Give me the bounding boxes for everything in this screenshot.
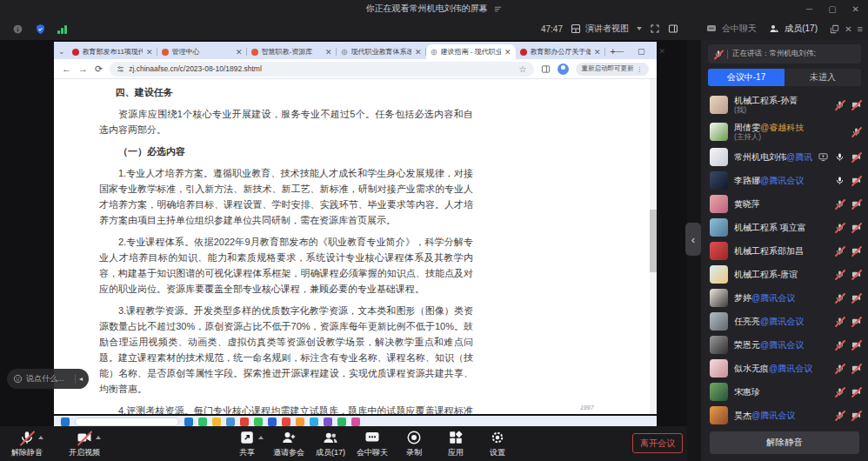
member-row[interactable]: 李路娜@腾讯会议 — [710, 169, 863, 192]
reading-panel-icon[interactable] — [541, 64, 551, 74]
settings-button[interactable]: 设置 — [479, 430, 516, 458]
tab-close-icon[interactable]: ✕ — [415, 48, 422, 57]
chat-input-placeholder[interactable]: 说点什么... — [26, 373, 64, 384]
popout-icon[interactable] — [830, 24, 839, 34]
member-row[interactable]: 周倩雯@睿越科技 (主持人) — [710, 118, 863, 145]
tab-in-meeting[interactable]: 会议中-17 — [708, 69, 785, 86]
member-row[interactable]: 机械工程系-孙菁 (我) — [710, 91, 863, 118]
member-row[interactable]: 梦婷@腾讯会议 — [710, 286, 863, 310]
browser-tab[interactable]: 教育部发布11项现代职✕ — [68, 44, 157, 59]
member-status-icons — [818, 152, 861, 162]
browser-tab[interactable]: 建设指南 - 现代职业教✕ — [426, 44, 516, 59]
tab-close-icon[interactable]: ✕ — [504, 48, 511, 57]
view-mode-caret-icon[interactable] — [637, 27, 642, 30]
taskbar-app-icon[interactable] — [337, 418, 346, 426]
member-row[interactable]: 黄晓萍 — [710, 192, 863, 216]
taskbar-app-icon[interactable] — [324, 418, 332, 426]
member-status-icons — [835, 293, 861, 303]
forward-icon[interactable]: → — [78, 63, 88, 74]
chip-menu-dots-icon[interactable]: ⋮ — [637, 65, 644, 73]
member-row[interactable]: 任亮亮@腾讯会议 — [710, 310, 863, 333]
invite-button[interactable]: 邀请参会 — [270, 430, 307, 458]
update-chip[interactable]: 重新启动即可更新 ⋮ — [576, 63, 650, 76]
panel-menu-icon[interactable]: ≡ — [858, 23, 863, 34]
taskbar-app-icon[interactable] — [351, 418, 360, 426]
tab-members[interactable]: 成员(17) — [785, 23, 818, 35]
emoji-icon[interactable] — [13, 374, 23, 384]
panel-close-icon[interactable]: ✕ — [845, 24, 851, 34]
member-row[interactable]: 机械工程系-唐谊 — [710, 263, 863, 286]
page-scrollbar[interactable] — [650, 79, 657, 414]
chat-icon[interactable] — [706, 23, 717, 34]
tab-chat[interactable]: 会中聊天 — [722, 23, 757, 35]
tab-close-icon[interactable]: ✕ — [236, 48, 243, 57]
network-detail-icon[interactable] — [493, 4, 503, 14]
share-screen-button-more-icon[interactable] — [258, 436, 264, 439]
taskbar-app-icon[interactable] — [254, 418, 263, 426]
security-shield-icon[interactable] — [35, 23, 46, 35]
view-mode-selector[interactable]: 演讲者视图 — [585, 23, 629, 35]
record-button[interactable]: 录制 — [396, 430, 432, 458]
tab-close-icon[interactable]: ✕ — [146, 48, 153, 57]
browser-minimize-icon[interactable]: — — [616, 47, 624, 56]
taskbar-search-input[interactable] — [75, 418, 179, 426]
start-video-button[interactable]: 开启视频 — [66, 430, 103, 458]
tab-close-icon[interactable]: ✕ — [594, 48, 601, 57]
taskbar-app-icon[interactable] — [198, 418, 207, 426]
tab-not-joined[interactable]: 未进入 — [785, 69, 861, 86]
member-row[interactable]: 机械工程系邵加昌 — [710, 239, 863, 263]
browser-maximize-icon[interactable]: ▢ — [638, 47, 645, 56]
browser-close-icon[interactable]: ✕ — [659, 47, 666, 56]
tab-title: 建设指南 - 现代职业教 — [441, 47, 501, 57]
member-row[interactable]: 昊杰@腾讯会议 — [710, 404, 863, 427]
gear-icon — [490, 430, 505, 445]
taskbar-app-icon[interactable] — [268, 418, 277, 426]
member-name: 宋惠珍 — [734, 387, 760, 397]
minimize-button[interactable]: ─ — [806, 4, 812, 14]
reload-icon[interactable]: ⟳ — [95, 63, 103, 75]
browser-tab[interactable]: 教育部办公厅关于做好✕ — [516, 44, 605, 59]
close-button[interactable]: ✕ — [852, 4, 859, 14]
tab-search-chevron-icon[interactable]: ⌄ — [58, 47, 65, 56]
sidebar-collapse-handle[interactable]: ‹ — [685, 223, 701, 256]
members-button[interactable]: 成员(17) — [312, 430, 349, 458]
meeting-info-icon[interactable] — [12, 23, 23, 35]
taskbar-app-icon[interactable] — [310, 418, 318, 426]
unmute-button-more-icon[interactable] — [38, 436, 43, 439]
network-signal-icon[interactable] — [57, 24, 67, 34]
unmute-button[interactable]: 解除静音 — [9, 430, 45, 458]
browser-tab[interactable]: 管理中心✕ — [157, 44, 247, 59]
start-video-button-more-icon[interactable] — [96, 436, 101, 439]
unmute-button[interactable]: 解除静音 — [710, 431, 859, 454]
scrollbar-thumb[interactable] — [650, 210, 657, 272]
side-panel-icon[interactable] — [668, 23, 678, 34]
taskbar-app-icon[interactable] — [296, 418, 304, 426]
bookmark-star-icon[interactable]: ☆ — [519, 64, 527, 74]
taskbar-app-icon[interactable] — [212, 418, 221, 426]
member-row[interactable]: 似水无痕@腾讯会议 — [710, 357, 863, 380]
leave-meeting-button[interactable]: 离开会议 — [632, 433, 683, 453]
member-row[interactable]: 宋惠珍 — [710, 380, 863, 404]
fullscreen-icon[interactable] — [650, 23, 660, 34]
member-row[interactable]: 常州机电刘伟@腾讯会议 — [710, 145, 863, 169]
taskbar-app-icon[interactable] — [240, 418, 249, 426]
tab-close-icon[interactable]: ✕ — [325, 48, 332, 57]
tune-icon[interactable] — [117, 65, 124, 73]
member-row[interactable]: 荣恩元@腾讯会议 — [710, 333, 863, 357]
taskbar-app-icon[interactable] — [226, 418, 235, 426]
browser-tab[interactable]: 现代职业教育体系改革✕ — [337, 44, 426, 59]
browser-tab[interactable]: 智慧职教-资源库✕ — [247, 44, 337, 59]
windows-start-icon[interactable] — [61, 418, 70, 426]
share-screen-button[interactable]: 共享 — [229, 430, 265, 458]
url-field[interactable]: zj.chinaafse.cn/c/2023-08-10/1892.shtml … — [110, 62, 533, 77]
chat-button[interactable]: 会中聊天 — [354, 430, 391, 458]
maximize-button[interactable]: ▢ — [828, 4, 836, 14]
apps-button[interactable]: 应用 — [437, 430, 474, 458]
bubble-collapse-icon[interactable]: ◂ — [79, 375, 83, 383]
quick-chat-bubble[interactable]: 说点什么... ◂ — [7, 369, 89, 389]
back-icon[interactable]: ← — [62, 63, 71, 74]
profile-avatar[interactable] — [558, 63, 569, 75]
member-row[interactable]: 机械工程系 项立富 — [710, 216, 863, 239]
taskbar-app-icon[interactable] — [184, 418, 193, 426]
taskbar-app-icon[interactable] — [282, 418, 290, 426]
